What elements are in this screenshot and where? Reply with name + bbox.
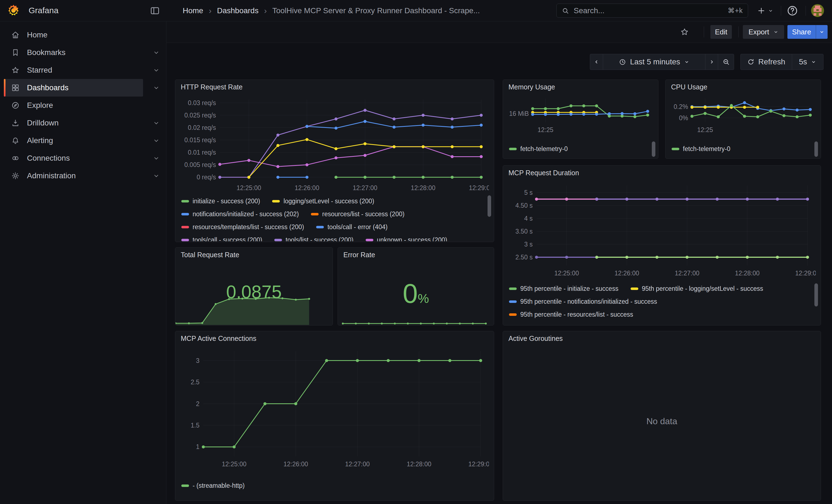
main-content: Edit Export Share Last 5 minutes — [166, 21, 832, 504]
svg-text:0%: 0% — [679, 114, 688, 122]
legend-item[interactable]: tools/call - error (404) — [316, 223, 388, 231]
legend-scrollbar[interactable] — [488, 195, 491, 217]
share-button[interactable]: Share — [787, 25, 816, 39]
top-bar: Grafana Home›Dashboards›ToolHive MCP Ser… — [0, 0, 832, 22]
memory-usage-chart[interactable]: 12:2516 MiB — [505, 95, 656, 136]
svg-text:12:25:00: 12:25:00 — [237, 184, 261, 191]
chevron-down-icon[interactable] — [152, 172, 160, 180]
search-box[interactable]: ⌘+k — [556, 4, 748, 18]
add-new-button[interactable] — [755, 5, 775, 17]
sidebar-item-starred[interactable]: Starred — [4, 61, 143, 79]
legend-scrollbar[interactable] — [814, 283, 818, 307]
sidebar-item-label: Starred — [27, 66, 52, 75]
http-request-rate-chart[interactable]: 12:25:0012:26:0012:27:0012:28:0012:29:00… — [179, 96, 489, 195]
grafana-logo-icon[interactable] — [7, 4, 20, 17]
sidebar-item-connections[interactable]: Connections — [4, 150, 143, 167]
sidebar-item-dashboards[interactable]: Dashboards — [4, 79, 143, 97]
sidebar-item-explore[interactable]: Explore — [4, 97, 143, 114]
mcp-active-connections-chart[interactable]: 12:25:0012:26:0012:27:0012:28:0012:29:00… — [179, 347, 489, 472]
drilldown-icon — [11, 118, 20, 127]
legend-row: 95th percentile - resources/templates/li… — [509, 321, 809, 325]
legend-item[interactable]: fetch-telemetry-0 — [509, 145, 568, 153]
legend-item[interactable]: 95th percentile - resources/templates/li… — [509, 324, 662, 325]
legend-label: unknown - success (200) — [377, 236, 447, 241]
panel-title[interactable]: Error Rate — [343, 251, 375, 259]
legend-chip — [181, 213, 189, 215]
legend-label: 95th percentile - logging/setLevel - suc… — [642, 285, 763, 292]
svg-text:12:27:00: 12:27:00 — [675, 270, 699, 277]
edit-button[interactable]: Edit — [710, 25, 732, 39]
breadcrumb-item[interactable]: ToolHive MCP Server & Proxy Runner Dashb… — [272, 6, 480, 15]
share-menu-button[interactable] — [816, 25, 828, 39]
star-dashboard-icon[interactable] — [677, 25, 692, 39]
mcp-request-duration-chart[interactable]: 12:25:0012:26:0012:27:0012:28:0012:29:00… — [506, 182, 816, 281]
time-shift-forward-button[interactable] — [705, 54, 718, 70]
sidebar-item-alerting[interactable]: Alerting — [4, 132, 143, 150]
chevron-left-icon — [594, 59, 599, 65]
svg-text:0.01 req/s: 0.01 req/s — [188, 149, 216, 156]
svg-text:12:29:00: 12:29:00 — [795, 270, 816, 277]
legend-item[interactable]: 95th percentile - resources/list - succe… — [509, 311, 633, 318]
legend-item[interactable]: logging/setLevel - success (200) — [272, 197, 374, 205]
panel-title[interactable]: MCP Active Connections — [181, 335, 256, 343]
legend-chip — [311, 213, 319, 215]
chevron-down-icon[interactable] — [152, 154, 160, 162]
divider — [738, 26, 739, 37]
chevron-down-icon[interactable] — [152, 137, 160, 144]
sidebar-item-bookmarks[interactable]: Bookmarks — [4, 44, 143, 61]
svg-text:4.50 s: 4.50 s — [515, 202, 532, 209]
bell-icon — [11, 136, 20, 145]
refresh-interval-picker[interactable]: 5s — [792, 54, 823, 70]
legend-item[interactable]: unknown - success (200) — [366, 236, 447, 241]
svg-text:0 req/s: 0 req/s — [197, 174, 216, 181]
legend-row: 95th percentile - notifications/initiali… — [509, 295, 809, 308]
panel-title[interactable]: MCP Request Duration — [509, 169, 579, 177]
legend-item[interactable]: 95th percentile - notifications/initiali… — [509, 298, 657, 306]
legend-row: fetch-telemetry-0 — [672, 144, 810, 154]
breadcrumb-item[interactable]: Dashboards — [217, 6, 259, 15]
chevron-down-icon[interactable] — [152, 84, 160, 91]
chevron-down-icon[interactable] — [152, 49, 160, 56]
legend-label: 95th percentile - resources/templates/li… — [520, 324, 662, 325]
panel-title[interactable]: CPU Usage — [671, 83, 707, 91]
legend-item[interactable]: tools/call - success (200) — [181, 236, 262, 241]
svg-text:12:26:00: 12:26:00 — [283, 460, 308, 468]
user-avatar[interactable] — [811, 4, 824, 17]
zoom-out-button[interactable] — [718, 54, 734, 70]
time-shift-back-button[interactable] — [590, 54, 603, 70]
panel-title[interactable]: Memory Usage — [509, 83, 555, 91]
legend-chip — [509, 288, 517, 290]
panel-total-request-rate: Total Request Rate 0.0875 — [175, 247, 333, 325]
legend-item[interactable]: fetch-telemetry-0 — [672, 145, 730, 153]
chevron-down-icon[interactable] — [152, 119, 160, 127]
sidebar-item-drilldown[interactable]: Drilldown — [4, 114, 143, 132]
cpu-usage-chart[interactable]: 12:250.2%0% — [668, 95, 818, 136]
legend-item[interactable]: 95th percentile - logging/setLevel - suc… — [631, 285, 763, 292]
export-button[interactable]: Export — [743, 25, 784, 39]
clock-icon — [619, 58, 626, 66]
search-input[interactable] — [573, 6, 728, 16]
legend-item[interactable]: notifications/initialized - success (202… — [181, 210, 299, 218]
chevron-down-icon[interactable] — [152, 66, 160, 74]
legend-scrollbar[interactable] — [652, 141, 655, 157]
help-icon[interactable] — [786, 5, 799, 17]
refresh-button[interactable]: Refresh — [740, 54, 792, 70]
legend-item[interactable]: tools/list - success (200) — [274, 236, 354, 241]
legend-label: fetch-telemetry-0 — [683, 145, 730, 153]
legend-item[interactable]: resources/list - success (200) — [311, 210, 405, 218]
breadcrumb-item[interactable]: Home — [183, 6, 203, 15]
panel-title[interactable]: HTTP Request Rate — [181, 83, 243, 91]
legend-item[interactable]: - (streamable-http) — [181, 482, 244, 489]
svg-text:12:25: 12:25 — [538, 126, 553, 133]
dock-sidebar-icon[interactable] — [150, 5, 160, 16]
legend-item[interactable]: 95th percentile - initialize - success — [509, 285, 619, 292]
sidebar-item-administration[interactable]: Administration — [4, 167, 143, 185]
legend-scrollbar[interactable] — [814, 141, 818, 157]
time-range-picker[interactable]: Last 5 minutes — [603, 54, 705, 70]
panel-title[interactable]: Total Request Rate — [181, 251, 239, 259]
legend-item[interactable]: resources/templates/list - success (200) — [181, 223, 304, 231]
panel-title[interactable]: Active Goroutines — [509, 335, 563, 343]
http-legend: initialize - success (200)logging/setLev… — [181, 195, 482, 241]
legend-item[interactable]: initialize - success (200) — [181, 197, 260, 205]
sidebar-item-home[interactable]: Home — [4, 26, 143, 44]
